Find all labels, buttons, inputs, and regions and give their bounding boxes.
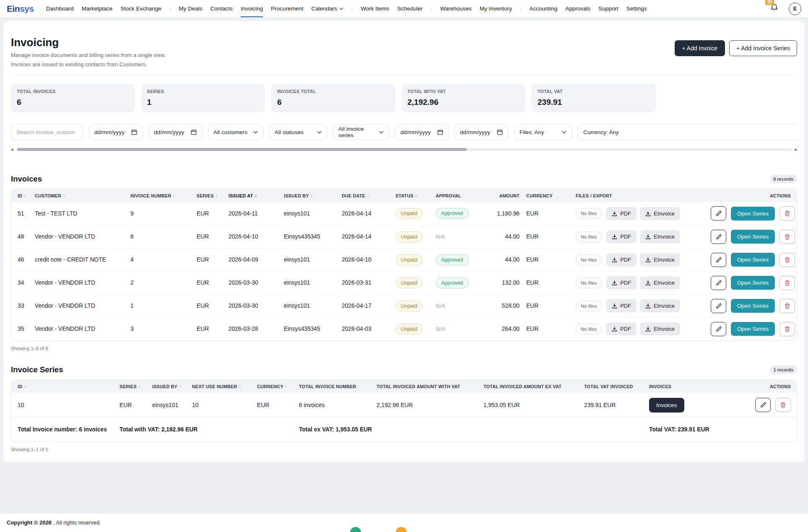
chevron-down-icon xyxy=(379,131,384,134)
add-invoice-button[interactable]: + Add Invoice xyxy=(675,40,725,56)
column-header[interactable]: CURRENCY xyxy=(254,380,296,393)
add-invoice-series-button[interactable]: + Add Invoice Series xyxy=(729,40,797,56)
edit-button[interactable] xyxy=(711,322,726,336)
edit-button[interactable] xyxy=(711,276,726,290)
column-header[interactable]: TOTAL INVOICED AMOUNT EX VAT xyxy=(480,380,581,393)
edit-button[interactable] xyxy=(711,299,726,313)
column-header[interactable]: NEXT USE NUMBER xyxy=(189,380,254,393)
nav-item[interactable]: Accounting xyxy=(530,0,558,17)
nav-item[interactable]: Settings xyxy=(626,0,647,17)
column-header[interactable]: ACTIONS xyxy=(732,380,797,393)
nav-item[interactable]: Procurement xyxy=(271,0,303,17)
open-series-button[interactable]: Open Series xyxy=(731,299,775,313)
column-header[interactable]: TOTAL VAT INVOICED xyxy=(581,380,646,393)
nav-item[interactable]: Calendars xyxy=(311,0,343,17)
nav-item[interactable]: Support xyxy=(598,0,618,17)
cell-issued-at: 2026-03-30 xyxy=(225,294,281,317)
column-header[interactable]: SERIES xyxy=(116,380,149,393)
download-einvoice-button[interactable]: EInvoice xyxy=(640,299,680,312)
due-from-date-input[interactable]: dd/mm/yyyy xyxy=(395,124,449,140)
issued-to-date-input[interactable]: dd/mm/yyyy xyxy=(148,124,202,140)
download-pdf-button[interactable]: PDF xyxy=(606,230,637,243)
edit-button[interactable] xyxy=(711,230,726,244)
stat-label: TOTAL VAT xyxy=(538,89,650,94)
cell-issued-at: 2026-04-10 xyxy=(225,225,281,248)
download-pdf-button[interactable]: PDF xyxy=(606,253,637,266)
nav-item[interactable]: Stock Exchange xyxy=(120,0,161,17)
cell-issued-by: Einsys435345 xyxy=(281,317,338,340)
total-with-vat: Total with VAT: 2,192.96 EUR xyxy=(116,417,296,441)
download-pdf-button[interactable]: PDF xyxy=(606,322,637,335)
brand-logo[interactable]: Einsys xyxy=(7,4,34,14)
open-series-button[interactable]: Open Series xyxy=(731,253,775,267)
column-header[interactable]: CUSTOMER xyxy=(31,189,127,202)
column-header[interactable]: DUE DATE xyxy=(338,189,392,202)
download-einvoice-button[interactable]: EInvoice xyxy=(640,230,680,243)
delete-button[interactable] xyxy=(779,230,795,244)
nav-item[interactable]: My Inventory xyxy=(480,0,512,17)
column-header[interactable]: ID xyxy=(11,189,31,202)
scroll-right-icon[interactable] xyxy=(795,147,797,152)
cell-customer: Vendor - VENDOR LTD xyxy=(31,225,127,248)
download-pdf-button[interactable]: PDF xyxy=(606,299,637,312)
column-header[interactable]: FILES / EXPORT xyxy=(572,189,707,202)
open-series-button[interactable]: Open Series xyxy=(731,276,775,290)
open-series-button[interactable]: Open Series xyxy=(731,230,775,244)
edit-button[interactable] xyxy=(711,253,726,267)
column-header[interactable]: STATUS xyxy=(392,189,432,202)
invoice-series-select[interactable]: All invoice series xyxy=(333,124,389,140)
edit-button[interactable] xyxy=(755,398,771,412)
delete-button[interactable] xyxy=(779,299,795,313)
due-to-date-input[interactable]: dd/mm/yyyy xyxy=(455,124,508,140)
column-header[interactable]: ID xyxy=(11,380,116,393)
delete-button[interactable] xyxy=(779,322,795,336)
edit-button[interactable] xyxy=(711,206,726,221)
delete-button[interactable] xyxy=(775,398,791,412)
nav-item[interactable]: Approvals xyxy=(565,0,590,17)
nav-divider xyxy=(351,5,353,12)
open-series-button[interactable]: Open Series xyxy=(731,207,775,221)
column-header[interactable]: AMOUNT xyxy=(481,189,523,202)
column-header[interactable]: APPROVAL xyxy=(432,189,481,202)
statuses-select[interactable]: All statuses xyxy=(269,124,327,140)
nav-item[interactable]: Marketplace xyxy=(82,0,113,17)
notifications-button[interactable]: 30 xyxy=(770,3,779,14)
download-einvoice-button[interactable]: EInvoice xyxy=(640,207,680,220)
download-einvoice-button[interactable]: EInvoice xyxy=(640,276,680,289)
delete-button[interactable] xyxy=(779,206,795,221)
column-header[interactable]: ISSUED BY xyxy=(281,189,338,202)
column-header[interactable]: TOTAL INVOICED AMOUNT WITH VAT xyxy=(373,380,480,393)
column-header[interactable]: ISSUED BY xyxy=(149,380,189,393)
download-einvoice-button[interactable]: EInvoice xyxy=(640,322,680,335)
column-header[interactable]: ACTIONS xyxy=(707,189,797,202)
nav-item[interactable]: Warehouses xyxy=(440,0,472,17)
scroll-left-icon[interactable] xyxy=(11,147,13,152)
open-series-button[interactable]: Open Series xyxy=(731,322,775,336)
delete-button[interactable] xyxy=(779,276,795,290)
column-header[interactable]: CURRENCY xyxy=(523,189,572,202)
column-header[interactable]: TOTAL INVOICE NUMBER xyxy=(296,380,373,393)
delete-button[interactable] xyxy=(779,253,795,267)
column-header[interactable]: INVOICE NUMBER xyxy=(127,189,193,202)
nav-item[interactable]: Dashboard xyxy=(46,0,74,17)
column-header[interactable]: ISSUED AT xyxy=(225,189,281,202)
nav-item[interactable]: Invoicing xyxy=(241,0,263,17)
avatar[interactable]: E xyxy=(789,3,801,15)
column-header[interactable]: SERIES xyxy=(193,189,225,202)
download-einvoice-button[interactable]: EInvoice xyxy=(640,253,680,266)
currency-select[interactable]: Currency: Any xyxy=(578,124,797,140)
issued-from-date-input[interactable]: dd/mm/yyyy xyxy=(89,124,143,140)
nav-item[interactable]: Scheduler xyxy=(397,0,423,17)
nav-item[interactable]: Contacts xyxy=(210,0,233,17)
search-input[interactable] xyxy=(11,124,83,140)
column-header[interactable]: INVOICES xyxy=(646,380,732,393)
files-select[interactable]: Files: Any xyxy=(514,124,572,140)
nav-item[interactable]: Work Items xyxy=(361,0,389,17)
scrollbar-thumb[interactable] xyxy=(17,148,467,151)
customers-select[interactable]: All customers xyxy=(208,124,263,140)
nav-item[interactable]: My Deals xyxy=(179,0,202,17)
download-pdf-button[interactable]: PDF xyxy=(606,207,637,220)
invoices-button[interactable]: Invoices xyxy=(649,398,684,413)
download-pdf-button[interactable]: PDF xyxy=(606,276,637,289)
scrollbar-track[interactable] xyxy=(16,148,792,151)
